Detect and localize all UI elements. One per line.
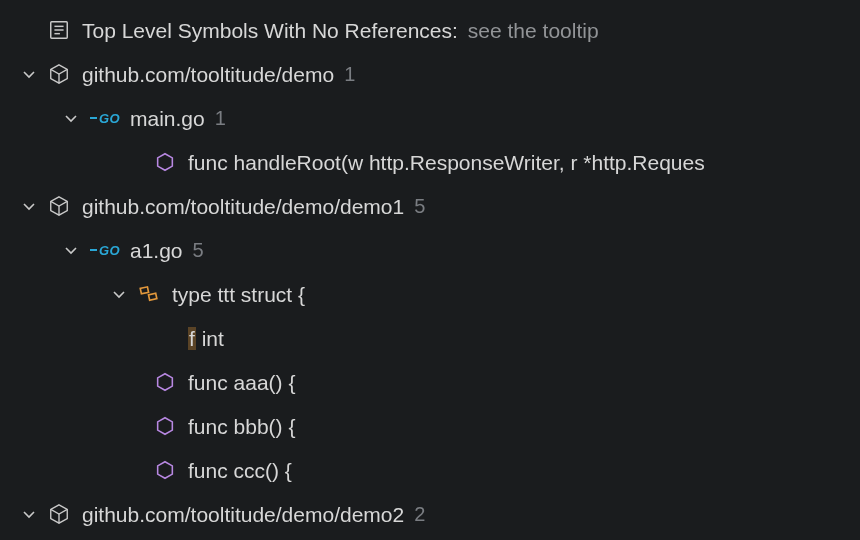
package-name: github.com/tooltitude/demo/demo1: [82, 196, 404, 217]
symbol-label: type ttt struct {: [172, 284, 305, 305]
tree-field-row[interactable]: f int: [0, 316, 860, 360]
svg-rect-4: [140, 287, 148, 294]
symbol-label: func bbb() {: [188, 416, 295, 437]
method-icon: [152, 369, 178, 395]
tree-file-row[interactable]: GO main.go 1: [0, 96, 860, 140]
chevron-down-icon[interactable]: [18, 63, 40, 85]
tree-view: Top Level Symbols With No References: se…: [0, 0, 860, 536]
tree-symbol-row[interactable]: func aaa() {: [0, 360, 860, 404]
package-count: 2: [414, 504, 425, 524]
chevron-down-icon[interactable]: [60, 239, 82, 261]
tree-symbol-row[interactable]: func handleRoot(w http.ResponseWriter, r…: [0, 140, 860, 184]
symbol-label: func ccc() {: [188, 460, 292, 481]
file-count: 1: [215, 108, 226, 128]
struct-icon: [136, 281, 162, 307]
svg-rect-5: [149, 293, 157, 300]
section-header[interactable]: Top Level Symbols With No References: se…: [0, 8, 860, 52]
package-icon: [46, 501, 72, 527]
package-name: github.com/tooltitude/demo: [82, 64, 334, 85]
section-hint: see the tooltip: [468, 20, 599, 41]
go-file-icon: GO: [88, 241, 122, 259]
method-icon: [152, 413, 178, 439]
chevron-down-icon[interactable]: [108, 283, 130, 305]
tree-symbol-row[interactable]: func bbb() {: [0, 404, 860, 448]
file-count: 5: [193, 240, 204, 260]
symbol-label: func handleRoot(w http.ResponseWriter, r…: [188, 152, 705, 173]
file-name: main.go: [130, 108, 205, 129]
chevron-down-icon[interactable]: [18, 503, 40, 525]
package-name: github.com/tooltitude/demo/demo2: [82, 504, 404, 525]
section-title: Top Level Symbols With No References:: [82, 20, 458, 41]
references-icon: [46, 17, 72, 43]
tree-symbol-row[interactable]: func ccc() {: [0, 448, 860, 492]
chevron-down-icon[interactable]: [60, 107, 82, 129]
chevron-down-icon[interactable]: [18, 195, 40, 217]
go-file-icon: GO: [88, 109, 122, 127]
field-label: f int: [188, 328, 224, 349]
method-icon: [152, 457, 178, 483]
package-icon: [46, 61, 72, 87]
tree-package-row[interactable]: github.com/tooltitude/demo 1: [0, 52, 860, 96]
file-name: a1.go: [130, 240, 183, 261]
package-count: 5: [414, 196, 425, 216]
method-icon: [152, 149, 178, 175]
tree-file-row[interactable]: GO a1.go 5: [0, 228, 860, 272]
tree-package-row[interactable]: github.com/tooltitude/demo/demo2 2: [0, 492, 860, 536]
package-count: 1: [344, 64, 355, 84]
package-icon: [46, 193, 72, 219]
symbol-label: func aaa() {: [188, 372, 295, 393]
tree-package-row[interactable]: github.com/tooltitude/demo/demo1 5: [0, 184, 860, 228]
tree-symbol-row[interactable]: type ttt struct {: [0, 272, 860, 316]
